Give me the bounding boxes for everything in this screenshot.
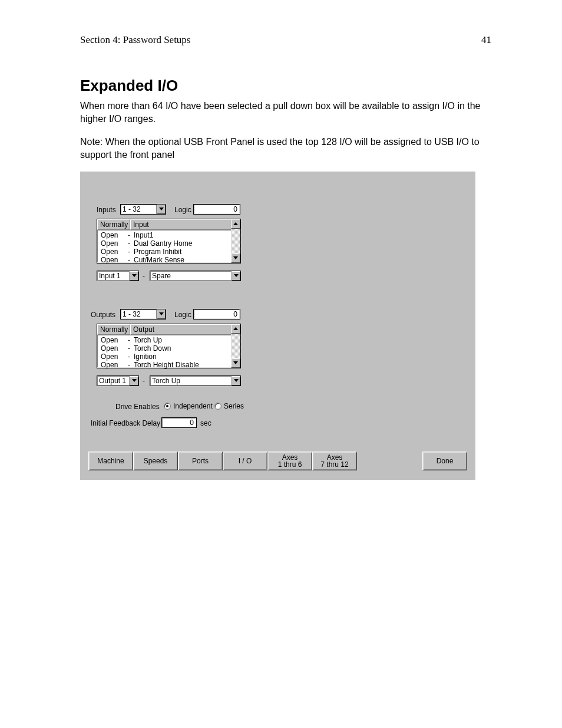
list-item[interactable]: Open-Cut/Mark Sense bbox=[101, 256, 232, 264]
speeds-button[interactable]: Speeds bbox=[133, 452, 178, 470]
list-item[interactable]: Open-Ignition bbox=[101, 353, 232, 361]
axes-7-12-button[interactable]: Axes 7 thru 12 bbox=[312, 452, 357, 470]
outputs-listbox[interactable]: Normally Output Open-Torch Up Open-Torch… bbox=[97, 324, 241, 368]
io-setup-dialog: Inputs 1 - 32 Logic 0 Normally Input Ope… bbox=[80, 172, 475, 480]
inputs-logic-input[interactable]: 0 bbox=[193, 204, 240, 215]
chevron-down-icon[interactable] bbox=[231, 376, 240, 386]
chevron-down-icon[interactable] bbox=[129, 376, 138, 386]
machine-button[interactable]: Machine bbox=[88, 452, 133, 470]
col-input: Input bbox=[130, 219, 240, 230]
inputs-range-dropdown[interactable]: 1 - 32 bbox=[120, 204, 166, 215]
ports-button[interactable]: Ports bbox=[178, 452, 223, 470]
outputs-range-dropdown[interactable]: 1 - 32 bbox=[120, 309, 166, 319]
outputs-logic-label: Logic bbox=[174, 311, 191, 319]
list-item[interactable]: Open-Torch Up bbox=[101, 336, 232, 344]
col-normally: Normally bbox=[97, 324, 130, 335]
chevron-down-icon[interactable] bbox=[156, 309, 166, 319]
svg-marker-9 bbox=[234, 379, 239, 382]
scroll-up-icon[interactable] bbox=[231, 219, 240, 229]
radio-dot-icon bbox=[164, 403, 171, 410]
scroll-down-icon[interactable] bbox=[231, 358, 240, 368]
io-button[interactable]: I / O bbox=[223, 452, 267, 470]
svg-marker-1 bbox=[233, 222, 238, 225]
svg-marker-8 bbox=[132, 379, 137, 382]
output-map-target-dropdown[interactable]: Torch Up bbox=[150, 375, 241, 386]
feedback-delay-unit: sec bbox=[200, 419, 211, 427]
inputs-range-value: 1 - 32 bbox=[121, 205, 156, 214]
input-map-target-dropdown[interactable]: Spare bbox=[150, 271, 241, 281]
list-item[interactable]: Open-Dual Gantry Home bbox=[101, 239, 232, 248]
running-header: Section 4: Password Setups 41 bbox=[80, 34, 491, 46]
svg-marker-5 bbox=[159, 312, 164, 315]
feedback-delay-label: Initial Feedback Delay bbox=[91, 419, 160, 427]
inputs-logic-label: Logic bbox=[174, 206, 191, 214]
chevron-down-icon[interactable] bbox=[156, 205, 166, 214]
chevron-down-icon[interactable] bbox=[231, 271, 240, 281]
input-map-source-dropdown[interactable]: Input 1 bbox=[97, 271, 139, 281]
col-output: Output bbox=[130, 324, 240, 335]
radio-dot-icon bbox=[214, 403, 222, 410]
drive-enables-label: Drive Enables bbox=[115, 403, 160, 411]
done-button[interactable]: Done bbox=[422, 452, 467, 470]
inputs-listbox[interactable]: Normally Input Open-Input1 Open-Dual Gan… bbox=[97, 219, 241, 263]
svg-marker-2 bbox=[233, 256, 238, 259]
svg-marker-6 bbox=[233, 327, 238, 330]
inputs-scrollbar[interactable] bbox=[231, 219, 240, 263]
svg-marker-0 bbox=[159, 207, 164, 210]
drive-series-radio[interactable]: Series bbox=[214, 402, 244, 410]
list-item[interactable]: Open-Program Inhibit bbox=[101, 248, 232, 256]
drive-independent-radio[interactable]: Independent bbox=[164, 402, 213, 410]
paragraph-2: Note: When the optional USB Front Panel … bbox=[80, 136, 491, 161]
paragraph-1: When more than 64 I/O have been selected… bbox=[80, 100, 491, 125]
outputs-label: Outputs bbox=[91, 311, 115, 319]
scroll-up-icon[interactable] bbox=[231, 324, 240, 334]
col-normally: Normally bbox=[97, 219, 130, 230]
outputs-logic-input[interactable]: 0 bbox=[193, 309, 240, 319]
outputs-scrollbar[interactable] bbox=[231, 324, 240, 368]
section-title: Section 4: Password Setups bbox=[80, 34, 190, 46]
list-item[interactable]: Open-Input1 bbox=[101, 231, 232, 239]
axes-1-6-button[interactable]: Axes 1 thru 6 bbox=[267, 452, 312, 470]
output-map-source-dropdown[interactable]: Output 1 bbox=[97, 375, 139, 386]
inputs-list-header: Normally Input bbox=[97, 219, 240, 230]
dialog-button-bar: Machine Speeds Ports I / O Axes 1 thru 6… bbox=[88, 452, 467, 472]
scroll-down-icon[interactable] bbox=[231, 253, 240, 263]
svg-marker-3 bbox=[132, 274, 137, 277]
svg-marker-4 bbox=[234, 274, 239, 277]
page-heading: Expanded I/O bbox=[80, 77, 491, 95]
chevron-down-icon[interactable] bbox=[129, 271, 138, 281]
svg-marker-7 bbox=[233, 361, 238, 364]
feedback-delay-input[interactable]: 0 bbox=[161, 417, 197, 428]
outputs-list-header: Normally Output bbox=[97, 324, 240, 335]
list-item[interactable]: Open-Torch Down bbox=[101, 344, 232, 353]
page-number: 41 bbox=[481, 34, 491, 46]
list-item[interactable]: Open-Torch Height Disable bbox=[101, 361, 232, 369]
inputs-label: Inputs bbox=[97, 206, 116, 214]
